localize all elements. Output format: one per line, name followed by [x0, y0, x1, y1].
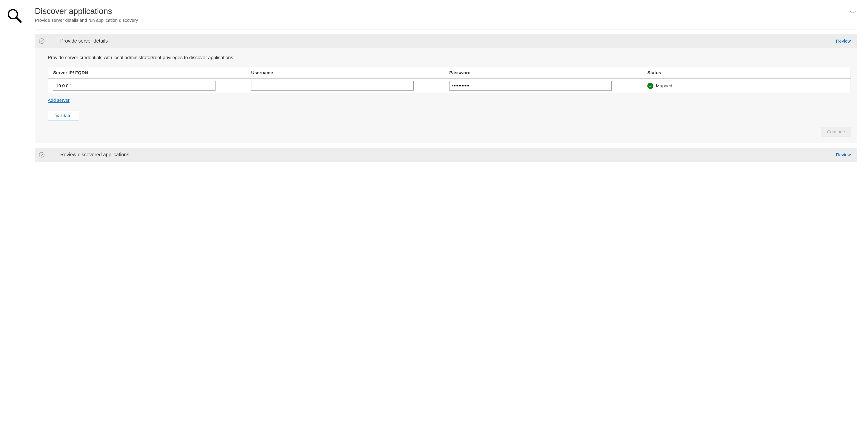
continue-button[interactable]: Continue — [821, 127, 851, 137]
check-circle-icon — [39, 38, 45, 44]
svg-line-1 — [17, 18, 21, 22]
col-header-ip: Server IP/ FQDN — [53, 70, 251, 75]
status-success-icon — [647, 83, 653, 89]
search-icon — [6, 6, 22, 162]
col-header-username: Username — [251, 70, 449, 75]
section-header-review: Review discovered applications Review — [35, 148, 857, 162]
col-header-password: Password — [449, 70, 647, 75]
section-header-provide: Provide server details Review — [35, 34, 857, 48]
chevron-down-icon[interactable] — [849, 6, 857, 16]
server-table: Server IP/ FQDN Username Password Status — [48, 67, 851, 93]
table-row: Mapped — [48, 78, 850, 93]
section-description: Provide server credentials with local ad… — [48, 55, 851, 60]
svg-point-2 — [39, 38, 44, 43]
validate-button[interactable]: Validate — [48, 111, 79, 120]
add-server-link[interactable]: Add server — [48, 98, 70, 103]
section-title-review: Review discovered applications — [60, 152, 836, 158]
review-link-provide[interactable]: Review — [836, 38, 851, 44]
section-body-provide: Provide server credentials with local ad… — [35, 48, 857, 143]
svg-point-3 — [39, 152, 44, 157]
password-input[interactable] — [449, 81, 612, 91]
username-input[interactable] — [251, 81, 413, 91]
review-link-review[interactable]: Review — [836, 152, 851, 157]
check-circle-icon — [39, 152, 45, 158]
server-ip-input[interactable] — [53, 81, 216, 91]
status-text: Mapped — [656, 83, 672, 88]
section-title-provide: Provide server details — [60, 38, 836, 44]
col-header-status: Status — [647, 70, 845, 75]
page-title: Discover applications — [35, 6, 138, 17]
page-subtitle: Provide server details and run applicati… — [35, 18, 138, 23]
